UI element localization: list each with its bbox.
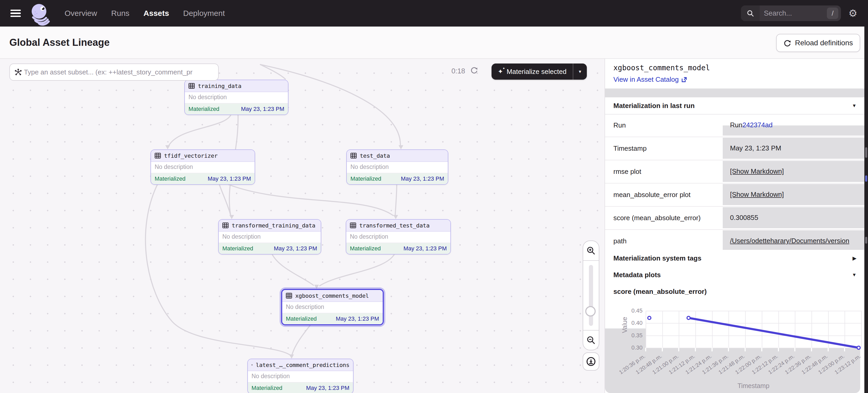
asset-detail-panel: xgboost_comments_model View in Asset Cat… (604, 58, 865, 393)
section-metadata-plots[interactable]: Metadata plots ▼ (605, 266, 865, 284)
asset-filter-input[interactable] (24, 68, 218, 76)
metadata-table: Run Run 242374ad Timestamp May 23, 1:23 … (605, 114, 865, 253)
table-icon (286, 293, 292, 298)
table-icon (350, 223, 356, 228)
reload-definitions-button[interactable]: Reload definitions (776, 34, 860, 52)
search-shortcut-badge: / (827, 7, 838, 19)
run-prefix: Run (730, 121, 743, 129)
x-axis-title: Timestamp (733, 382, 774, 390)
section-label: Materialization in last run (613, 102, 694, 110)
nav-item-deployment[interactable]: Deployment (183, 9, 225, 18)
asset-description: No description (185, 92, 288, 104)
download-graph-button[interactable] (583, 352, 599, 371)
asset-description: No description (248, 371, 353, 383)
asset-name: latest_…_comment_predictions (256, 362, 349, 368)
table-row-rmse-plot: rmse plot [Show Markdown] (605, 160, 865, 184)
run-id-link[interactable]: 242374ad (743, 121, 773, 129)
asset-description: No description (347, 162, 448, 173)
chevron-down-icon: ▼ (852, 272, 857, 278)
asset-description: No description (219, 232, 321, 243)
row-label: score (mean_absolute_error) (613, 207, 701, 229)
row-value: 0.300855 (723, 207, 865, 228)
asset-node-transformed-test-data[interactable]: transformed_test_data No description Mat… (346, 219, 451, 255)
asset-name: test_data (360, 153, 390, 159)
sparkle-icon: ✦ (498, 68, 503, 75)
asset-name: tfidf_vectorizer (164, 153, 218, 159)
materialization-time[interactable]: May 23, 1:23 PM (404, 245, 447, 252)
section-label: Metadata plots (613, 271, 661, 279)
row-value: Run 242374ad (723, 114, 865, 136)
materialize-dropdown-button[interactable]: ▾ (573, 64, 587, 79)
materialization-time[interactable]: May 23, 1:23 PM (401, 175, 444, 182)
status-badge: Materialized (251, 385, 282, 391)
search-input[interactable]: Search... / (741, 5, 841, 21)
status-badge: Materialized (188, 106, 219, 112)
show-markdown-link[interactable]: [Show Markdown] (730, 191, 784, 199)
asset-name: transformed_training_data (232, 222, 315, 229)
refresh-icon[interactable] (470, 66, 478, 76)
section-materialization-last-run[interactable]: Materialization in last run ▼ (605, 97, 865, 114)
status-badge: Materialized (222, 245, 253, 252)
asset-name: training_data (198, 83, 241, 89)
materialization-time[interactable]: May 23, 1:23 PM (306, 385, 349, 391)
search-icon (741, 5, 760, 21)
status-badge: Materialized (155, 175, 186, 182)
materialize-selected-button[interactable]: ✦ Materialize selected ▾ (492, 64, 587, 79)
reload-definitions-label: Reload definitions (795, 39, 853, 47)
nav-right: Search... / ⚙ (741, 5, 868, 21)
materialization-time[interactable]: May 23, 1:23 PM (336, 316, 379, 322)
asset-node-transformed-training-data[interactable]: transformed_training_data No description… (218, 219, 321, 255)
asset-node-xgboost-comments-model[interactable]: xgboost_comments_model No description Ma… (281, 289, 384, 325)
path-link[interactable]: /Users/odetteharary/Documents/version (730, 237, 849, 245)
top-nav: Overview Runs Assets Deployment Search..… (0, 0, 868, 27)
refresh-timer: 0:18 (452, 67, 465, 75)
materialization-time[interactable]: May 23, 1:23 PM (241, 106, 284, 112)
row-label: mean_absolute_error plot (613, 184, 690, 206)
asset-node-training-data[interactable]: training_data No description Materialize… (184, 79, 288, 115)
external-link-icon (681, 77, 687, 83)
row-label: Timestamp (613, 137, 647, 160)
row-value: May 23, 1:23 PM (723, 138, 865, 159)
y-axis-title: Value (621, 317, 628, 333)
status-badge: Materialized (350, 175, 381, 182)
asset-filter-input-wrap (9, 64, 219, 81)
table-row-run: Run Run 242374ad (605, 114, 865, 137)
gear-icon[interactable]: ⚙ (841, 7, 865, 19)
row-label: path (613, 230, 627, 253)
nav-items: Overview Runs Assets Deployment (65, 9, 225, 18)
lineage-canvas[interactable]: 0:18 ✦ Materialize selected ▾ training_d… (0, 58, 604, 393)
asset-name: transformed_test_data (359, 222, 430, 229)
asset-node-test-data[interactable]: test_data No description MaterializedMay… (346, 150, 448, 185)
table-icon (222, 223, 228, 228)
asset-description: No description (151, 162, 255, 173)
table-row-timestamp: Timestamp May 23, 1:23 PM (605, 137, 865, 160)
nav-item-runs[interactable]: Runs (111, 9, 129, 18)
materialization-time[interactable]: May 23, 1:23 PM (208, 175, 251, 182)
asset-node-latest-comment-predictions[interactable]: latest_…_comment_predictions No descript… (247, 359, 353, 393)
status-badge: Materialized (350, 245, 381, 252)
chart-plot-area (646, 311, 861, 348)
section-materialization-system-tags[interactable]: Materialization system tags ▶ (605, 250, 865, 267)
materialize-selected-label: Materialize selected (507, 68, 566, 76)
status-badge: Materialized (286, 316, 317, 322)
zoom-slider-track[interactable] (589, 265, 593, 326)
materialization-time[interactable]: May 23, 1:23 PM (274, 245, 317, 252)
nav-item-assets[interactable]: Assets (144, 9, 169, 18)
background-window-strip (864, 27, 868, 393)
asset-description: No description (346, 232, 451, 243)
nav-item-overview[interactable]: Overview (65, 9, 97, 18)
refresh-icon (783, 39, 791, 47)
dagster-logo-icon[interactable] (28, 2, 52, 27)
asset-node-tfidf-vectorizer[interactable]: tfidf_vectorizer No description Material… (151, 150, 255, 185)
table-icon (188, 83, 195, 89)
zoom-slider[interactable] (583, 261, 599, 330)
zoom-out-button[interactable] (583, 330, 599, 350)
page-title: Global Asset Lineage (9, 37, 110, 48)
zoom-in-button[interactable] (583, 241, 599, 261)
view-in-asset-catalog-link[interactable]: View in Asset Catalog (613, 75, 679, 84)
zoom-slider-thumb[interactable] (585, 306, 596, 317)
menu-icon[interactable] (10, 10, 21, 17)
show-markdown-link[interactable]: [Show Markdown] (730, 167, 784, 175)
table-row-score: score (mean_absolute_error) 0.300855 (605, 207, 865, 230)
chevron-down-icon: ▼ (852, 103, 857, 108)
